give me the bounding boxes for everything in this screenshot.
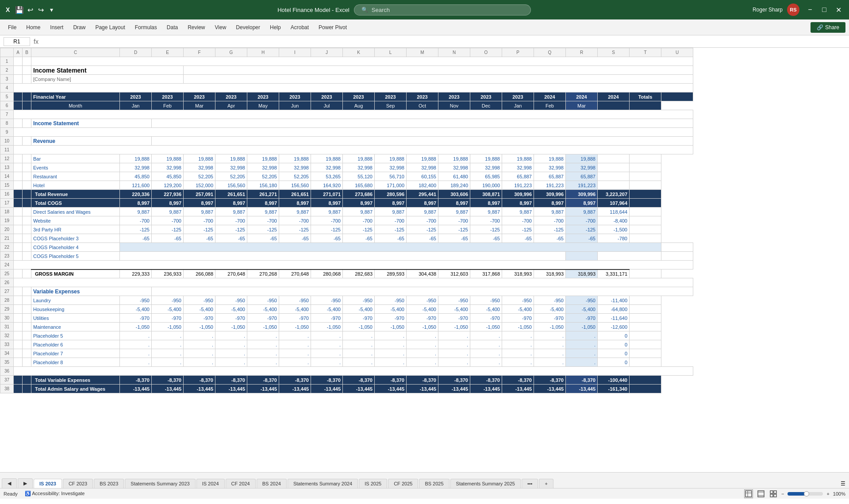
quick-access-icon[interactable]: ▾ [47,5,56,14]
col-I[interactable]: I [279,48,311,57]
menu-power-pivot[interactable]: Power Pivot [314,23,351,32]
tab-is-2023[interactable]: IS 2023 [34,479,62,488]
grid-wrapper[interactable]: A B C D E F G H I J K L M N O P Q [0,48,849,472]
tab-statements-summary-2023[interactable]: Statements Summary 2023 [125,479,195,488]
menu-draw[interactable]: Draw [69,23,90,32]
row-20-3rd-party-hr: 20 3rd Party HR -125 -125 -125 -125 -125… [0,225,693,234]
search-box[interactable]: 🔍 [354,4,531,15]
col-D[interactable]: D [120,48,152,57]
page-break-view-button[interactable] [769,489,778,498]
month-row: 6 Month Jan Feb Mar Apr May Jun Jul Aug … [0,101,693,110]
row-32-ph5: 32 Placeholder 5 . . . . . . . . . . . .… [0,331,693,340]
row-15-hotel: 15 Hotel 121,600 129,200 152,000 156,560… [0,181,693,190]
formula-input[interactable] [42,38,845,46]
section-income-statement: Income Statement [31,119,152,128]
menu-review[interactable]: Review [183,23,209,32]
svg-rect-5 [758,491,764,497]
tab-is-2025[interactable]: IS 2025 [359,479,387,488]
normal-view-button[interactable] [744,489,753,498]
tab-bs-2025[interactable]: BS 2025 [419,479,449,488]
menu-developer[interactable]: Developer [231,23,265,32]
company-name: [Company Name] [31,75,184,84]
save-icon[interactable]: 💾 [15,5,24,14]
menu-home[interactable]: Home [22,23,45,32]
row-17-total-cogs: 17 Total COGS 8,997 8,997 8,997 8,997 8,… [0,199,693,208]
tab-bs-2023[interactable]: BS 2023 [94,479,124,488]
cell-reference[interactable] [4,37,30,46]
tab-statements-summary-2024[interactable]: Statements Summary 2024 [288,479,358,488]
tab-nav-next[interactable]: ▶ [18,478,33,488]
menu-acrobat[interactable]: Acrobat [286,23,313,32]
col-M[interactable]: M [407,48,438,57]
row-24: 24 [0,261,693,269]
col-K[interactable]: K [343,48,375,57]
row-8: 8 Income Statement [0,119,693,128]
share-button[interactable]: 🔗 Share [811,22,845,33]
col-O[interactable]: O [470,48,502,57]
row-29-housekeeping: 29 Housekeeping -5,400 -5,400 -5,400 -5,… [0,305,693,314]
row-1: 1 [0,57,693,66]
svg-rect-11 [774,494,776,497]
tab-add[interactable]: + [539,479,553,488]
sheet-menu-button[interactable]: ☰ [838,479,847,488]
title-bar: X 💾 ↩ ↪ ▾ Hotel Finance Model - Excel 🔍 … [0,0,849,19]
tab-nav-prev[interactable]: ◀ [2,478,17,488]
col-C[interactable]: C [31,48,120,57]
col-A[interactable]: A [14,48,23,57]
tab-is-2024[interactable]: IS 2024 [196,479,225,488]
col-G[interactable]: G [215,48,247,57]
svg-rect-8 [770,491,773,493]
col-N[interactable]: N [438,48,470,57]
row-36: 36 [0,367,693,376]
share-label: Share [825,24,839,31]
svg-rect-10 [770,494,773,497]
col-L[interactable]: L [375,48,407,57]
col-E[interactable]: E [152,48,184,57]
spreadsheet-table: A B C D E F G H I J K L M N O P Q [0,48,693,393]
col-U[interactable]: U [661,48,693,57]
tab-more[interactable]: ••• [522,479,538,488]
close-button[interactable]: ✕ [832,4,845,16]
page-layout-button[interactable] [757,489,765,498]
tab-bs-2024[interactable]: BS 2024 [257,479,287,488]
maximize-button[interactable]: □ [818,4,830,16]
menu-data[interactable]: Data [162,23,182,32]
zoom-percentage[interactable]: 100% [833,491,845,496]
col-J[interactable]: J [311,48,343,57]
row-25-gross-margin: 25 GROSS MARGIN 229,333 236,933 266,088 … [0,269,693,278]
col-R[interactable]: R [566,48,598,57]
svg-rect-2 [745,491,752,497]
menu-page-layout[interactable]: Page Layout [91,23,129,32]
tab-cf-2025[interactable]: CF 2025 [388,479,418,488]
app-title: Hotel Finance Model - Excel [277,7,350,13]
col-P[interactable]: P [502,48,534,57]
undo-icon[interactable]: ↩ [26,5,35,14]
search-input[interactable] [372,7,523,13]
col-B[interactable]: B [23,48,31,57]
col-H[interactable]: H [247,48,279,57]
minimize-button[interactable]: − [804,4,816,16]
income-statement-title: Income Statement [31,66,184,75]
menu-file[interactable]: File [4,23,21,32]
formula-bar: fx [0,35,849,48]
menu-view[interactable]: View [211,23,231,32]
svg-text:X: X [6,6,10,13]
row-21-cogs-p3: 21 COGS Placeholder 3 -65 -65 -65 -65 -6… [0,234,693,243]
user-avatar[interactable]: RS [787,4,799,16]
row-3: 3 [Company Name] [0,75,693,84]
menu-help[interactable]: Help [265,23,285,32]
col-T[interactable]: T [630,48,661,57]
redo-icon[interactable]: ↪ [36,5,45,14]
tab-cf-2023[interactable]: CF 2023 [63,479,93,488]
col-Q[interactable]: Q [534,48,566,57]
status-bar: Ready ♿ Accessibility: Investigate − + 1… [0,488,849,499]
status-right: − + 100% [744,489,845,498]
col-S[interactable]: S [598,48,630,57]
menu-formulas[interactable]: Formulas [131,23,161,32]
tab-cf-2024[interactable]: CF 2024 [226,479,256,488]
col-F[interactable]: F [184,48,215,57]
zoom-slider[interactable] [788,492,823,496]
menu-insert[interactable]: Insert [46,23,68,32]
tab-statements-summary-2025[interactable]: Statements Summary 2025 [450,479,521,488]
row-34-ph7: 34 Placeholder 7 . . . . . . . . . . . .… [0,349,693,358]
